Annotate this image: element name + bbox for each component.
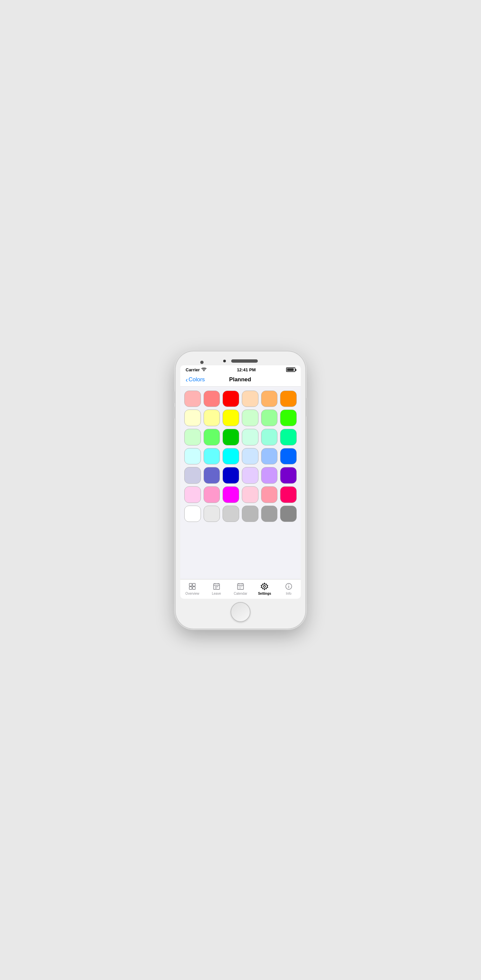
tab-settings-label: Settings [258, 592, 271, 595]
color-swatch[interactable] [280, 506, 297, 522]
color-swatch[interactable] [204, 410, 220, 426]
color-swatch[interactable] [242, 429, 258, 445]
home-button[interactable] [231, 602, 250, 622]
color-swatch[interactable] [204, 448, 220, 465]
color-swatch[interactable] [261, 486, 278, 503]
color-swatch[interactable] [184, 391, 201, 407]
color-swatch[interactable] [184, 448, 201, 465]
color-swatch[interactable] [242, 486, 258, 503]
calendar-icon [236, 582, 245, 591]
back-button[interactable]: ‹ Colors [186, 376, 205, 383]
power-button[interactable] [306, 398, 307, 417]
phone-top-bar [180, 356, 301, 365]
color-swatch[interactable] [242, 506, 258, 522]
color-swatch[interactable] [184, 410, 201, 426]
wifi-icon [201, 368, 207, 372]
color-swatch[interactable] [261, 506, 278, 522]
navigation-bar: ‹ Colors Planned [180, 374, 301, 387]
color-swatch[interactable] [223, 410, 239, 426]
overview-icon [188, 582, 197, 591]
tab-info[interactable]: Info [277, 582, 301, 595]
color-swatch[interactable] [204, 467, 220, 484]
color-grid-container [180, 387, 301, 526]
phone-screen: Carrier 12:41 PM ‹ Colors Planned [180, 365, 301, 599]
svg-rect-2 [189, 587, 192, 589]
carrier-info: Carrier [186, 368, 207, 372]
empty-space [180, 526, 301, 579]
front-camera [200, 361, 204, 364]
color-swatch[interactable] [242, 448, 258, 465]
tab-calendar-label: Calendar [234, 592, 247, 595]
color-swatch[interactable] [242, 467, 258, 484]
color-swatch[interactable] [184, 506, 201, 522]
color-swatch[interactable] [204, 391, 220, 407]
tab-overview[interactable]: Overview [180, 582, 204, 595]
status-time: 12:41 PM [237, 368, 255, 372]
carrier-label: Carrier [186, 368, 200, 372]
color-swatch[interactable] [204, 506, 220, 522]
color-swatch[interactable] [223, 429, 239, 445]
color-swatch[interactable] [280, 410, 297, 426]
tab-overview-label: Overview [185, 592, 199, 595]
color-swatch[interactable] [280, 429, 297, 445]
color-swatch[interactable] [184, 486, 201, 503]
color-swatch[interactable] [280, 448, 297, 465]
volume-down-button[interactable] [174, 407, 175, 418]
back-chevron-icon: ‹ [186, 376, 188, 383]
battery-icon [286, 368, 295, 372]
tab-settings[interactable]: Settings [252, 582, 276, 595]
color-swatch[interactable] [261, 391, 278, 407]
color-swatch[interactable] [184, 467, 201, 484]
battery-fill [287, 368, 294, 371]
svg-point-22 [288, 585, 289, 585]
color-swatch[interactable] [223, 506, 239, 522]
color-swatch[interactable] [242, 391, 258, 407]
svg-rect-3 [193, 587, 195, 589]
color-swatch[interactable] [280, 467, 297, 484]
color-swatch[interactable] [261, 410, 278, 426]
back-label: Colors [189, 376, 205, 383]
tab-leave-label: Leave [212, 592, 221, 595]
sensor-dot [223, 360, 226, 362]
settings-icon [260, 582, 269, 591]
color-swatch[interactable] [242, 410, 258, 426]
leave-icon [212, 582, 221, 591]
tab-info-label: Info [286, 592, 291, 595]
color-swatch[interactable] [223, 486, 239, 503]
svg-rect-1 [193, 584, 195, 586]
color-swatch[interactable] [223, 448, 239, 465]
color-swatch[interactable] [223, 467, 239, 484]
page-title: Planned [205, 376, 276, 383]
tab-bar: Overview Leave [180, 579, 301, 599]
color-swatch[interactable] [280, 486, 297, 503]
color-swatch[interactable] [261, 467, 278, 484]
color-swatch[interactable] [261, 448, 278, 465]
tab-leave[interactable]: Leave [204, 582, 228, 595]
color-swatch[interactable] [204, 429, 220, 445]
color-swatch[interactable] [280, 391, 297, 407]
color-grid [184, 391, 297, 522]
color-swatch[interactable] [204, 486, 220, 503]
color-swatch[interactable] [184, 429, 201, 445]
speaker-grille [231, 360, 258, 363]
color-swatch[interactable] [261, 429, 278, 445]
svg-rect-0 [189, 584, 192, 586]
svg-point-19 [263, 585, 266, 587]
color-swatch[interactable] [223, 391, 239, 407]
phone-frame: Carrier 12:41 PM ‹ Colors Planned [176, 352, 305, 629]
info-icon [284, 582, 293, 591]
tab-calendar[interactable]: Calendar [229, 582, 252, 595]
volume-up-button[interactable] [174, 391, 175, 403]
status-bar: Carrier 12:41 PM [180, 365, 301, 374]
